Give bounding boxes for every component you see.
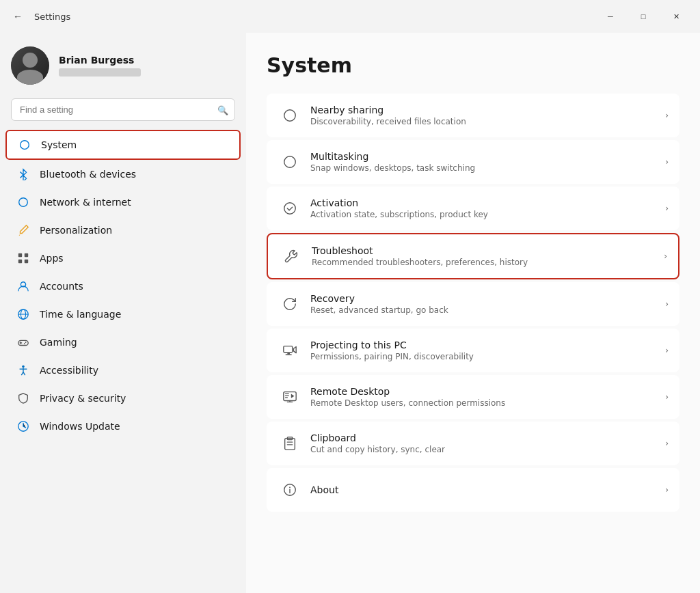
about-text: About bbox=[310, 484, 665, 495]
close-button[interactable]: ✕ bbox=[660, 5, 692, 27]
setting-item-about[interactable]: About › bbox=[267, 468, 679, 512]
multitasking-chevron: › bbox=[665, 157, 669, 167]
svg-rect-26 bbox=[284, 346, 293, 353]
setting-item-troubleshoot[interactable]: Troubleshoot Recommended troubleshooters… bbox=[267, 233, 679, 279]
app-body: Brian Burgess 🔍 System Bluetooth & devic… bbox=[0, 33, 700, 593]
remote-desktop-desc: Remote Desktop users, connection permiss… bbox=[310, 398, 665, 408]
nearby-sharing-desc: Discoverability, received files location bbox=[310, 117, 665, 126]
multitasking-icon bbox=[278, 150, 302, 174]
search-input[interactable] bbox=[11, 98, 235, 121]
main-content: System Nearby sharing Discoverability, r… bbox=[246, 33, 700, 593]
apps-icon bbox=[16, 251, 30, 265]
projecting-title: Projecting to this PC bbox=[310, 340, 665, 350]
svg-point-15 bbox=[25, 342, 27, 343]
troubleshoot-title: Troubleshoot bbox=[312, 245, 664, 256]
activation-desc: Activation state, subscriptions, product… bbox=[310, 210, 665, 219]
nearby-sharing-title: Nearby sharing bbox=[310, 105, 665, 115]
update-icon bbox=[16, 419, 30, 433]
setting-item-clipboard[interactable]: Clipboard Cut and copy history, sync, cl… bbox=[267, 422, 679, 465]
recovery-desc: Reset, advanced startup, go back bbox=[310, 305, 665, 315]
page-title: System bbox=[267, 53, 679, 77]
maximize-button[interactable]: □ bbox=[628, 5, 659, 27]
svg-rect-29 bbox=[284, 392, 296, 401]
avatar bbox=[11, 46, 49, 85]
sidebar-label-accounts: Accounts bbox=[40, 281, 83, 292]
sidebar-item-apps[interactable]: Apps bbox=[5, 245, 241, 272]
svg-point-25 bbox=[284, 203, 296, 215]
svg-point-36 bbox=[289, 486, 291, 488]
activation-chevron: › bbox=[665, 204, 669, 213]
clipboard-desc: Cut and copy history, sync, clear bbox=[310, 445, 665, 454]
sidebar-item-update[interactable]: Windows Update bbox=[5, 413, 241, 440]
about-icon bbox=[278, 478, 302, 502]
projecting-chevron: › bbox=[665, 346, 669, 355]
sidebar-label-network: Network & internet bbox=[40, 197, 131, 208]
remote-desktop-text: Remote Desktop Remote Desktop users, con… bbox=[310, 386, 665, 408]
recovery-text: Recovery Reset, advanced startup, go bac… bbox=[310, 293, 665, 315]
clipboard-chevron: › bbox=[665, 439, 669, 448]
sidebar-label-privacy: Privacy & security bbox=[40, 393, 126, 404]
setting-item-activation[interactable]: Activation Activation state, subscriptio… bbox=[267, 187, 679, 230]
nearby-sharing-chevron: › bbox=[665, 111, 669, 120]
sidebar-item-privacy[interactable]: Privacy & security bbox=[5, 385, 241, 412]
nav-list: System Bluetooth & devices Network & int… bbox=[0, 129, 246, 441]
sidebar-item-bluetooth[interactable]: Bluetooth & devices bbox=[5, 161, 241, 188]
sidebar-item-system[interactable]: System bbox=[5, 130, 241, 160]
sidebar-label-bluetooth: Bluetooth & devices bbox=[40, 169, 136, 180]
setting-item-recovery[interactable]: Recovery Reset, advanced startup, go bac… bbox=[267, 282, 679, 326]
setting-item-projecting[interactable]: Projecting to this PC Permissions, pairi… bbox=[267, 329, 679, 372]
clipboard-title: Clipboard bbox=[310, 432, 665, 443]
svg-point-17 bbox=[22, 366, 25, 368]
activation-title: Activation bbox=[310, 197, 665, 208]
multitasking-title: Multitasking bbox=[310, 151, 665, 162]
activation-text: Activation Activation state, subscriptio… bbox=[310, 197, 665, 219]
remote-desktop-chevron: › bbox=[665, 392, 669, 402]
remote-desktop-icon bbox=[278, 385, 302, 409]
sidebar-item-personalization[interactable]: Personalization bbox=[5, 217, 241, 244]
system-icon bbox=[18, 138, 31, 152]
troubleshoot-text: Troubleshoot Recommended troubleshooters… bbox=[312, 245, 664, 267]
about-chevron: › bbox=[665, 485, 669, 495]
multitasking-text: Multitasking Snap windows, desktops, tas… bbox=[310, 151, 665, 173]
user-section: Brian Burgess bbox=[0, 33, 246, 96]
titlebar: ← Settings ─ □ ✕ bbox=[0, 0, 700, 33]
sidebar-item-accessibility[interactable]: Accessibility bbox=[5, 357, 241, 384]
sidebar-label-update: Windows Update bbox=[40, 421, 120, 432]
minimize-button[interactable]: ─ bbox=[595, 5, 626, 27]
back-button[interactable]: ← bbox=[8, 7, 27, 26]
svg-point-23 bbox=[284, 110, 296, 122]
clipboard-icon bbox=[278, 431, 302, 456]
privacy-icon bbox=[16, 391, 30, 405]
recovery-title: Recovery bbox=[310, 293, 665, 304]
search-box: 🔍 bbox=[11, 98, 235, 121]
svg-point-24 bbox=[284, 156, 296, 168]
svg-point-16 bbox=[24, 343, 25, 344]
clipboard-text: Clipboard Cut and copy history, sync, cl… bbox=[310, 432, 665, 454]
network-icon bbox=[16, 195, 30, 209]
svg-rect-7 bbox=[25, 260, 28, 263]
setting-item-multitasking[interactable]: Multitasking Snap windows, desktops, tas… bbox=[267, 140, 679, 184]
recovery-chevron: › bbox=[665, 299, 669, 309]
sidebar-item-gaming[interactable]: Gaming bbox=[5, 329, 241, 356]
sidebar-label-time: Time & language bbox=[40, 309, 121, 320]
svg-line-20 bbox=[21, 372, 23, 376]
troubleshoot-icon bbox=[279, 244, 304, 268]
setting-item-remote-desktop[interactable]: Remote Desktop Remote Desktop users, con… bbox=[267, 375, 679, 419]
activation-icon bbox=[278, 196, 302, 221]
remote-desktop-title: Remote Desktop bbox=[310, 386, 665, 397]
setting-item-nearby-sharing[interactable]: Nearby sharing Discoverability, received… bbox=[267, 94, 679, 137]
about-title: About bbox=[310, 484, 665, 495]
svg-point-0 bbox=[21, 141, 29, 150]
user-name: Brian Burgess bbox=[59, 55, 141, 66]
app-title: Settings bbox=[34, 12, 70, 22]
projecting-icon bbox=[278, 338, 302, 363]
sidebar-item-accounts[interactable]: Accounts bbox=[5, 273, 241, 300]
personalization-icon bbox=[16, 223, 30, 237]
sidebar-item-network[interactable]: Network & internet bbox=[5, 189, 241, 216]
sidebar-item-time[interactable]: Time & language bbox=[5, 301, 241, 328]
svg-rect-27 bbox=[287, 353, 290, 355]
window-controls: ─ □ ✕ bbox=[595, 5, 692, 27]
svg-rect-28 bbox=[286, 355, 292, 355]
svg-rect-4 bbox=[18, 253, 22, 257]
recovery-icon bbox=[278, 292, 302, 316]
